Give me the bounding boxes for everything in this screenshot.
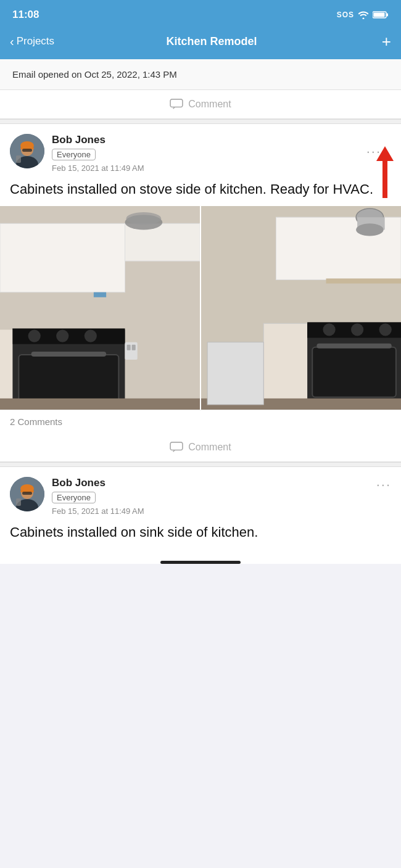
svg-point-33 (356, 223, 384, 236)
svg-rect-10 (16, 155, 21, 163)
status-bar: 11:08 SOS (0, 0, 401, 27)
battery-icon (373, 10, 389, 19)
svg-rect-24 (0, 329, 12, 410)
add-button[interactable]: + (369, 32, 391, 51)
svg-rect-45 (170, 442, 183, 450)
back-button[interactable]: ‹ Projects (10, 35, 54, 48)
home-bar-area (0, 548, 401, 564)
svg-rect-1 (387, 14, 389, 17)
post-1-comments-count: 2 Comments (0, 410, 401, 433)
svg-rect-52 (16, 498, 21, 506)
svg-rect-9 (22, 149, 32, 152)
post-1: Bob Jones Everyone Feb 15, 2021 at 11:49… (0, 124, 401, 462)
svg-rect-16 (94, 292, 106, 297)
post-1-avatar (10, 134, 44, 168)
svg-rect-3 (170, 99, 183, 107)
sos-label: SOS (337, 10, 354, 19)
svg-point-15 (126, 212, 162, 225)
svg-point-21 (85, 329, 97, 342)
comment-bubble-icon-2 (170, 442, 183, 453)
email-banner: Email opened on Oct 25, 2022, 1:43 PM (0, 59, 401, 90)
svg-rect-27 (132, 344, 136, 350)
svg-rect-41 (312, 347, 396, 397)
post-1-date: Feb 15, 2021 at 11:49 AM (52, 163, 391, 173)
post-1-images (0, 206, 401, 410)
post-2: Bob Jones Everyone Feb 15, 2021 at 11:49… (0, 467, 401, 564)
post-2-author: Bob Jones (52, 477, 391, 489)
svg-point-39 (351, 323, 363, 336)
post-1-author: Bob Jones (52, 134, 391, 146)
post-1-meta: Bob Jones Everyone Feb 15, 2021 at 11:49… (52, 134, 391, 173)
svg-rect-23 (31, 352, 107, 357)
comment-bar-1[interactable]: Comment (0, 90, 401, 119)
kitchen-left-svg (0, 206, 200, 410)
post-2-meta: Bob Jones Everyone Feb 15, 2021 at 11:49… (52, 477, 391, 516)
post-1-image-right[interactable] (200, 206, 401, 410)
post-2-date: Feb 15, 2021 at 11:49 AM (52, 506, 391, 516)
home-indicator (160, 561, 241, 564)
back-chevron-icon: ‹ (10, 35, 14, 48)
arrow-shaft (382, 161, 387, 198)
status-time: 11:08 (12, 9, 39, 21)
nav-title: Kitchen Remodel (54, 35, 369, 48)
comment-bar-placeholder-2: Comment (188, 442, 231, 453)
svg-rect-44 (207, 342, 263, 404)
svg-rect-13 (125, 223, 200, 261)
kitchen-right-svg (201, 206, 401, 410)
post-1-header: Bob Jones Everyone Feb 15, 2021 at 11:49… (0, 124, 401, 178)
post-2-audience: Everyone (52, 492, 96, 503)
post-2-header: Bob Jones Everyone Feb 15, 2021 at 11:49… (0, 467, 401, 521)
svg-point-19 (28, 329, 41, 342)
wifi-icon (358, 10, 369, 19)
svg-rect-51 (22, 492, 32, 495)
comment-bar-2[interactable]: Comment (0, 433, 401, 462)
post-2-more-button[interactable]: ··· (376, 477, 391, 493)
back-label: Projects (17, 35, 54, 48)
arrow-annotation (376, 146, 394, 198)
svg-point-20 (56, 329, 68, 342)
svg-point-40 (379, 323, 392, 336)
comment-bar-placeholder-1: Comment (188, 99, 231, 110)
svg-rect-12 (0, 223, 125, 292)
svg-rect-28 (0, 399, 200, 410)
post-1-image-left[interactable] (0, 206, 200, 410)
status-icons: SOS (337, 10, 389, 19)
post-2-body: Cabinets installed on sink side of kitch… (0, 521, 401, 549)
post-1-audience: Everyone (52, 149, 96, 160)
svg-rect-34 (326, 278, 402, 283)
comment-bubble-icon-1 (170, 99, 183, 110)
nav-bar: ‹ Projects Kitchen Remodel + (0, 27, 401, 59)
email-banner-text: Email opened on Oct 25, 2022, 1:43 PM (12, 69, 177, 80)
svg-point-38 (323, 323, 335, 336)
svg-rect-26 (127, 344, 131, 350)
svg-rect-25 (125, 342, 138, 359)
section-divider-2 (0, 462, 401, 467)
section-divider-1 (0, 119, 401, 124)
post-1-body: Cabinets installed on stove side of kitc… (0, 178, 401, 206)
svg-rect-42 (316, 343, 392, 348)
svg-rect-22 (19, 355, 118, 405)
svg-rect-2 (374, 13, 385, 17)
post-2-avatar (10, 477, 44, 511)
arrow-head-icon (376, 146, 394, 161)
